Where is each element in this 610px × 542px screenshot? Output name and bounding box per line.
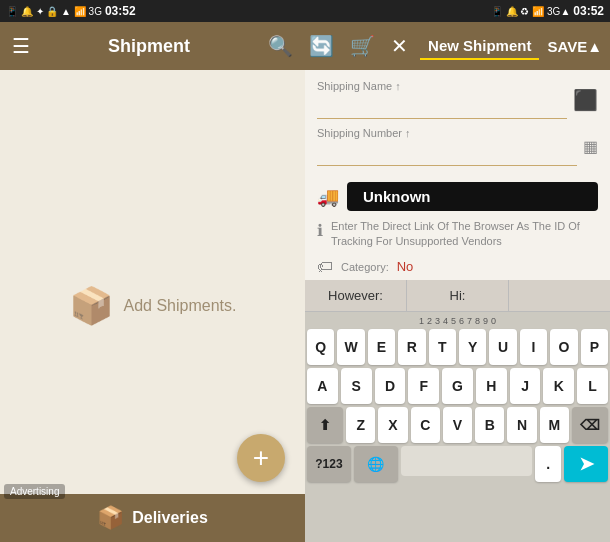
key-w[interactable]: W — [337, 329, 364, 365]
info-text: Enter The Direct Link Of The Browser As … — [331, 219, 598, 250]
fab-add-button[interactable]: + — [237, 434, 285, 482]
refresh-icon[interactable]: 🔄 — [305, 30, 338, 62]
key-y[interactable]: Y — [459, 329, 486, 365]
add-shipment-area: 📦 Add Shipments. — [69, 285, 237, 327]
key-b[interactable]: B — [475, 407, 504, 443]
globe-key[interactable]: 🌐 — [354, 446, 398, 482]
key-c[interactable]: C — [411, 407, 440, 443]
advertising-label: Advertising — [4, 484, 65, 499]
tag-icon: 🏷 — [317, 258, 333, 276]
status-right-icons: 📱 🔔 ♻ 📶 3G▲ 03:52 — [491, 4, 604, 18]
search-icon[interactable]: 🔍 — [264, 30, 297, 62]
category-label: Category: — [341, 261, 389, 273]
key-t[interactable]: T — [429, 329, 456, 365]
cart-icon[interactable]: 🛒 — [346, 30, 379, 62]
key-a[interactable]: A — [307, 368, 338, 404]
status-bar: 📱 🔔 ✦ 🔒 ▲ 📶 3G 03:52 📱 🔔 ♻ 📶 3G▲ 03:52 — [0, 0, 610, 22]
shipping-name-label: Shipping Name ↑ — [317, 80, 567, 92]
carrier-truck-icon: 🚚 — [317, 186, 339, 208]
right-panel: Shipping Name ↑ ⬛ Shipping Number ↑ ▦ � — [305, 70, 610, 542]
keyboard-number-hints: 1 2 3 4 5 6 7 8 9 0 — [307, 316, 608, 326]
save-button[interactable]: SAVE▲ — [547, 38, 602, 55]
enter-key[interactable]: ➤ — [564, 446, 608, 482]
carrier-row: 🚚 Unknown — [305, 178, 610, 215]
keyboard-suggest-bar: However: Hi: — [305, 280, 610, 312]
key-x[interactable]: X — [378, 407, 407, 443]
suggest-item-empty — [509, 280, 610, 311]
new-shipment-tab[interactable]: New Shipment — [420, 33, 539, 60]
status-right-text: 📱 🔔 ♻ 📶 3G▲ — [491, 6, 570, 17]
status-time-left: 03:52 — [105, 4, 136, 18]
advertising-bar: Advertising 📦 Deliveries — [0, 494, 305, 542]
shipping-number-label: Shipping Number ↑ — [317, 127, 577, 139]
shipment-box-icon: 📦 — [69, 285, 114, 327]
key-i[interactable]: I — [520, 329, 547, 365]
key-j[interactable]: J — [510, 368, 541, 404]
status-left-text: 📱 🔔 ✦ 🔒 ▲ 📶 3G — [6, 6, 102, 17]
keyboard: 1 2 3 4 5 6 7 8 9 0 Q W E R T Y U I — [305, 312, 610, 542]
key-r[interactable]: R — [398, 329, 425, 365]
info-icon: ℹ — [317, 221, 323, 240]
key-g[interactable]: G — [442, 368, 473, 404]
category-row: 🏷 Category: No — [305, 254, 610, 280]
key-l[interactable]: L — [577, 368, 608, 404]
keyboard-row-qwerty: Q W E R T Y U I O P — [307, 329, 608, 365]
key-m[interactable]: M — [540, 407, 569, 443]
deliveries-icon: 📦 — [97, 505, 124, 531]
key-n[interactable]: N — [507, 407, 536, 443]
keyboard-bottom-row: ?123 🌐 . ➤ — [307, 446, 608, 482]
left-panel: 📦 Add Shipments. + Advertising 📦 Deliver… — [0, 70, 305, 542]
key-p[interactable]: P — [581, 329, 608, 365]
close-icon[interactable]: ✕ — [387, 30, 412, 62]
main-content: 📦 Add Shipments. + Advertising 📦 Deliver… — [0, 70, 610, 542]
key-k[interactable]: K — [543, 368, 574, 404]
key-s[interactable]: S — [341, 368, 372, 404]
category-value: No — [397, 259, 414, 274]
delete-key[interactable]: ⌫ — [572, 407, 608, 443]
key-v[interactable]: V — [443, 407, 472, 443]
keyboard-row-asdf: A S D F G H J K L — [307, 368, 608, 404]
shipping-name-field: Shipping Name ↑ ⬛ — [317, 80, 598, 119]
status-left-icons: 📱 🔔 ✦ 🔒 ▲ 📶 3G 03:52 — [6, 4, 136, 18]
keyboard-row-zxcv: ⬆ Z X C V B N M ⌫ — [307, 407, 608, 443]
suggest-item-however[interactable]: However: — [305, 280, 407, 311]
status-time-right: 03:52 — [573, 4, 604, 18]
add-shipment-label: Add Shipments. — [124, 297, 237, 315]
shipping-number-field: Shipping Number ↑ ▦ — [317, 127, 598, 166]
key-h[interactable]: H — [476, 368, 507, 404]
space-bar-display — [401, 446, 533, 476]
form-area: Shipping Name ↑ ⬛ Shipping Number ↑ ▦ — [305, 70, 610, 178]
key-d[interactable]: D — [375, 368, 406, 404]
shift-key[interactable]: ⬆ — [307, 407, 343, 443]
deliveries-label: Deliveries — [132, 509, 208, 527]
key-z[interactable]: Z — [346, 407, 375, 443]
shipping-name-input[interactable] — [317, 94, 567, 119]
key-e[interactable]: E — [368, 329, 395, 365]
key-o[interactable]: O — [550, 329, 577, 365]
period-key[interactable]: . — [535, 446, 561, 482]
toolbar: ☰ Shipment 🔍 🔄 🛒 ✕ New Shipment SAVE▲ — [0, 22, 610, 70]
info-row: ℹ Enter The Direct Link Of The Browser A… — [305, 215, 610, 254]
menu-icon[interactable]: ☰ — [8, 30, 34, 62]
suggest-item-hi[interactable]: Hi: — [407, 280, 509, 311]
barcode-scan-icon[interactable]: ▦ — [583, 137, 598, 156]
carrier-value: Unknown — [347, 182, 598, 211]
key-q[interactable]: Q — [307, 329, 334, 365]
toolbar-title: Shipment — [42, 36, 256, 57]
key-f[interactable]: F — [408, 368, 439, 404]
qr-scan-icon[interactable]: ⬛ — [573, 88, 598, 112]
number-key[interactable]: ?123 — [307, 446, 351, 482]
key-u[interactable]: U — [489, 329, 516, 365]
shipping-number-input[interactable] — [317, 141, 577, 166]
